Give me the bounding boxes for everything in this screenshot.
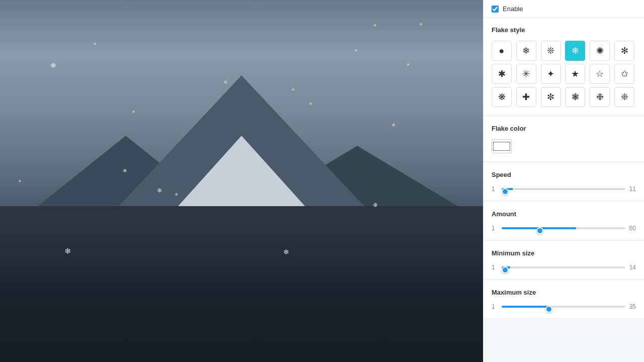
flake-style-btn-snowflake10[interactable]: ❈ <box>614 87 634 107</box>
min-size-max-label: 14 <box>629 264 636 271</box>
amount-slider[interactable] <box>502 227 625 229</box>
flake-style-btn-snowflake8[interactable]: ❃ <box>565 87 585 107</box>
enable-label: Enable <box>503 5 523 13</box>
flake-style-btn-snowflake1[interactable]: ❄ <box>516 41 536 61</box>
max-size-section: Maximum size 1 35 <box>484 281 644 319</box>
flake-style-btn-snowflake5[interactable]: ✻ <box>614 41 634 61</box>
flake-style-btn-star2[interactable]: ★ <box>565 64 585 84</box>
amount-slider-row: 1 60 <box>492 225 636 232</box>
flake-color-title: Flake color <box>492 125 636 132</box>
flake-style-btn-asterisk2[interactable]: ✳ <box>516 64 536 84</box>
control-panel: Enable Flake style ●❄❊❄✺✻✱✳✦★☆✩❋✚✼❃❉❈ Fl… <box>483 0 644 362</box>
max-size-max-label: 35 <box>629 303 636 310</box>
flake-color-picker[interactable] <box>492 139 512 153</box>
amount-max-label: 60 <box>629 225 636 232</box>
speed-section: Speed 1 11 <box>484 163 644 201</box>
flake-style-btn-snowflake7[interactable]: ✼ <box>541 87 561 107</box>
speed-min-label: 1 <box>492 186 498 193</box>
min-size-slider[interactable] <box>502 266 625 268</box>
flake-style-btn-star1[interactable]: ✦ <box>541 64 561 84</box>
amount-title: Amount <box>492 210 636 218</box>
amount-min-label: 1 <box>492 225 498 232</box>
max-size-title: Maximum size <box>492 289 636 296</box>
flake-style-btn-circle[interactable]: ● <box>492 41 512 61</box>
flake-style-btn-snowflake9[interactable]: ❉ <box>590 87 610 107</box>
min-size-title: Minimum size <box>492 249 636 257</box>
flake-style-title: Flake style <box>492 26 636 34</box>
flake-color-section: Flake color <box>484 117 644 162</box>
enable-checkbox[interactable] <box>492 6 499 13</box>
flake-style-btn-star-outline2[interactable]: ✩ <box>614 64 634 84</box>
max-size-slider-row: 1 35 <box>492 303 636 310</box>
flake-style-btn-star-outline1[interactable]: ☆ <box>590 64 610 84</box>
enable-section: Enable <box>484 0 644 18</box>
preview-area: ❄❄✳❄✳✳✳✳✳✳✳✳❄❄❄✳✳✳ <box>0 0 483 362</box>
speed-slider[interactable] <box>502 188 625 190</box>
speed-slider-row: 1 11 <box>492 186 636 193</box>
max-size-slider[interactable] <box>502 306 625 308</box>
min-size-slider-row: 1 14 <box>492 264 636 271</box>
water <box>0 221 483 362</box>
flake-style-btn-cross[interactable]: ✚ <box>516 87 536 107</box>
speed-max-label: 11 <box>629 186 636 193</box>
max-size-min-label: 1 <box>492 303 498 310</box>
flake-style-btn-snowflake6[interactable]: ❋ <box>492 87 512 107</box>
amount-section: Amount 1 60 <box>484 202 644 240</box>
town <box>0 206 483 226</box>
flake-style-grid: ●❄❊❄✺✻✱✳✦★☆✩❋✚✼❃❉❈ <box>492 41 636 107</box>
flake-style-btn-snowflake2[interactable]: ❊ <box>541 41 561 61</box>
min-size-min-label: 1 <box>492 264 498 271</box>
speed-title: Speed <box>492 171 636 178</box>
flake-style-section: Flake style ●❄❊❄✺✻✱✳✦★☆✩❋✚✼❃❉❈ <box>484 18 644 116</box>
min-size-section: Minimum size 1 14 <box>484 241 644 280</box>
flake-style-btn-snowflake4[interactable]: ✺ <box>590 41 610 61</box>
flake-style-btn-snowflake3[interactable]: ❄ <box>565 41 585 61</box>
flake-style-btn-asterisk1[interactable]: ✱ <box>492 64 512 84</box>
